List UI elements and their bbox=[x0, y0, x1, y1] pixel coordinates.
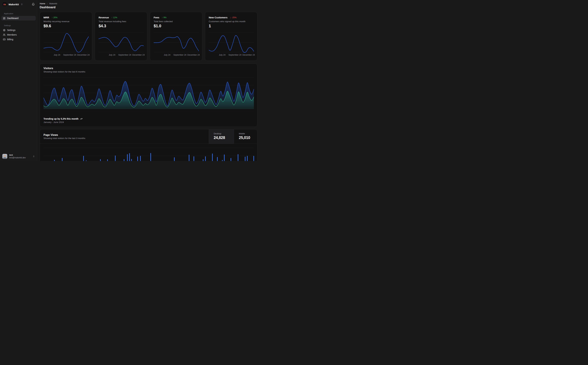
bar bbox=[137, 156, 138, 161]
stat-card-mrr: MRR ↑20% Monthly recurring revenue $9.6 … bbox=[40, 12, 92, 61]
delta-badge: ↓-25% bbox=[230, 16, 236, 19]
sidebar-item-label: Settings bbox=[7, 29, 15, 31]
workspace-selector[interactable]: m Makerkit bbox=[0, 0, 37, 9]
bar bbox=[231, 158, 231, 161]
toggle-value: 24,828 bbox=[214, 135, 234, 140]
visitors-subtitle: Showing total visitors for the last 6 mo… bbox=[43, 70, 85, 73]
trend-summary: Trending up by 5.2% this month bbox=[43, 118, 82, 120]
arrow-up-icon: ↑ bbox=[162, 16, 163, 19]
sidebar-section-settings: Settings bbox=[4, 24, 34, 27]
toggle-mobile[interactable]: Mobile 25,010 bbox=[234, 129, 257, 144]
toggle-desktop[interactable]: Desktop 24,828 bbox=[209, 129, 234, 144]
arrow-up-icon: ↑ bbox=[111, 16, 112, 19]
trending-up-icon bbox=[80, 118, 82, 120]
sidebar-section-application: Application bbox=[4, 13, 34, 14]
user-name: test bbox=[9, 154, 26, 156]
arrow-up-icon: ↑ bbox=[52, 16, 53, 19]
stat-card-fees: Fees ↑9% Total fees collected $1.0 July … bbox=[150, 12, 202, 61]
breadcrumb-makerkit[interactable]: Makerkit bbox=[49, 2, 57, 5]
stat-title: Revenue bbox=[99, 16, 109, 19]
delta-badge: ↑9% bbox=[162, 16, 166, 19]
page-title: Dashboard bbox=[40, 6, 55, 9]
page-views-card: Page Views Showing total visitors for th… bbox=[40, 129, 257, 161]
bar bbox=[203, 159, 203, 161]
gear-icon bbox=[3, 29, 6, 31]
bar bbox=[194, 156, 194, 161]
sidebar-item-dashboard[interactable]: Dashboard bbox=[1, 16, 36, 21]
toggle-label: Desktop bbox=[214, 133, 234, 135]
bar bbox=[107, 159, 108, 161]
app-window: m Makerkit Application Dashboard Setting… bbox=[0, 0, 259, 161]
bar bbox=[247, 156, 248, 161]
bar bbox=[83, 156, 84, 161]
bar bbox=[245, 157, 245, 161]
toggle-value: 25,010 bbox=[239, 135, 257, 140]
visitors-title: Visitors bbox=[43, 67, 53, 70]
stat-subtitle: Total revenue including fees bbox=[99, 20, 126, 23]
sidebar-item-label: Members bbox=[7, 33, 17, 36]
stat-card-revenue: Revenue ↑12% Total revenue including fee… bbox=[95, 12, 147, 61]
stat-title: Fees bbox=[154, 16, 159, 19]
sidebar-item-members[interactable]: Members bbox=[1, 32, 36, 37]
visitors-card: Visitors Showing total visitors for the … bbox=[40, 63, 257, 127]
sidebar-item-label: Billing bbox=[7, 38, 13, 41]
delta-badge: ↑20% bbox=[52, 16, 57, 19]
avatar bbox=[2, 154, 7, 159]
bar bbox=[86, 160, 87, 161]
bar bbox=[174, 157, 175, 161]
notifications-bell-icon[interactable] bbox=[32, 3, 35, 6]
dashboard-icon bbox=[3, 17, 6, 20]
date-range: January - June 2024 bbox=[43, 121, 64, 123]
page-views-subtitle: Showing total visitors for the last 3 mo… bbox=[43, 137, 85, 140]
stat-subtitle: Customers who signed up this month bbox=[209, 20, 245, 23]
bar bbox=[238, 154, 238, 161]
makerkit-logo: m bbox=[2, 2, 7, 7]
bar bbox=[124, 159, 125, 161]
bar bbox=[205, 156, 206, 161]
user-email: test@makerkit.dev bbox=[9, 156, 26, 159]
sidebar: m Makerkit Application Dashboard Setting… bbox=[0, 0, 37, 161]
bar bbox=[212, 154, 213, 161]
credit-card-icon bbox=[3, 38, 6, 41]
workspace-name: Makerkit bbox=[9, 3, 19, 6]
bar bbox=[129, 153, 130, 161]
sparkline-chart bbox=[43, 23, 89, 54]
chevrons-up-down-icon bbox=[21, 3, 23, 5]
stat-card-new-customers: New Customers ↓-25% Customers who signed… bbox=[205, 12, 257, 61]
sidebar-item-settings[interactable]: Settings bbox=[1, 28, 36, 32]
bar bbox=[140, 156, 141, 161]
breadcrumb: Home Makerkit bbox=[40, 2, 57, 5]
bar bbox=[127, 154, 128, 161]
page-views-title: Page Views bbox=[43, 133, 58, 136]
bar bbox=[222, 160, 223, 161]
x-axis-labels: July 24September 24December 24 bbox=[43, 54, 88, 56]
stat-title: New Customers bbox=[209, 16, 228, 19]
bar bbox=[115, 155, 116, 161]
users-icon bbox=[3, 34, 6, 36]
stat-subtitle: Monthly recurring revenue bbox=[43, 20, 69, 23]
breadcrumb-home[interactable]: Home bbox=[40, 2, 45, 5]
bar bbox=[224, 154, 225, 161]
delta-badge: ↑12% bbox=[111, 16, 117, 19]
user-menu[interactable]: test test@makerkit.dev bbox=[0, 152, 37, 161]
stat-subtitle: Total fees collected bbox=[154, 20, 173, 23]
sidebar-nav: Application Dashboard Settings Settings … bbox=[0, 13, 37, 42]
bar bbox=[54, 160, 55, 161]
sparkline-chart bbox=[209, 23, 254, 54]
bar bbox=[131, 159, 132, 161]
bar bbox=[150, 153, 151, 161]
logo-letter: m bbox=[3, 3, 6, 6]
sparkline-chart bbox=[99, 23, 144, 54]
bar bbox=[189, 155, 189, 161]
stat-title: MRR bbox=[43, 16, 49, 19]
page-views-bar-chart bbox=[43, 144, 254, 161]
chevrons-up-down-icon bbox=[33, 155, 35, 157]
visitors-area-chart bbox=[43, 75, 254, 110]
toggle-label: Mobile bbox=[239, 133, 257, 135]
sparkline-chart bbox=[154, 23, 199, 54]
x-axis-labels: July 24September 24December 24 bbox=[99, 54, 143, 56]
arrow-down-icon: ↓ bbox=[230, 16, 231, 19]
sidebar-item-billing[interactable]: Billing bbox=[1, 37, 36, 42]
bar bbox=[100, 159, 101, 161]
bar bbox=[62, 158, 62, 161]
